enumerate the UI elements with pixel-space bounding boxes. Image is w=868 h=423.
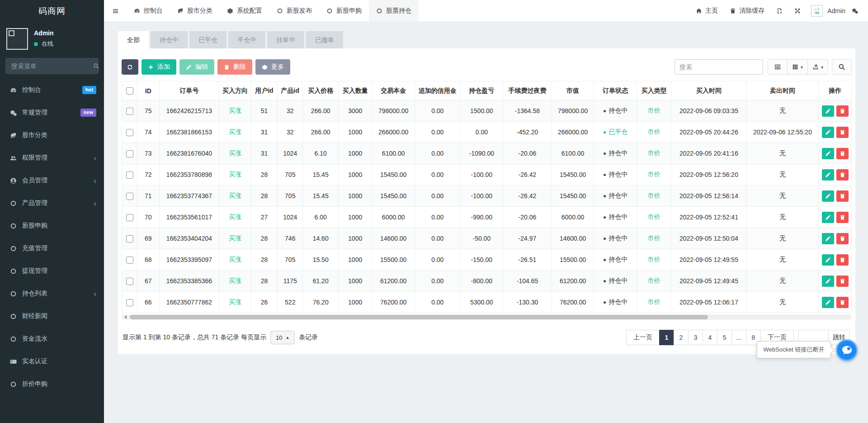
tab-5[interactable]: 已撤单 — [306, 31, 343, 48]
add-button[interactable]: 添加 — [142, 59, 176, 75]
row-edit-button[interactable] — [822, 105, 834, 117]
row-delete-button[interactable] — [836, 169, 849, 181]
row-checkbox[interactable] — [126, 235, 133, 242]
table-search-input[interactable] — [675, 59, 763, 75]
column-header[interactable]: 买入价格 — [303, 81, 338, 100]
column-header[interactable]: 追加的信用金 — [415, 81, 460, 100]
row-delete-button[interactable] — [836, 190, 849, 202]
sidebar-item-9[interactable]: 持仓列表 ‹ — [0, 282, 104, 305]
tab-2[interactable]: 已平仓 — [189, 31, 226, 48]
chat-bubble-button[interactable] — [836, 339, 858, 361]
row-delete-button[interactable] — [836, 254, 849, 266]
topnav-item-5[interactable]: 股票持仓 — [369, 0, 419, 22]
brand-logo[interactable]: 码商网 — [0, 0, 104, 22]
row-checkbox[interactable] — [126, 214, 133, 221]
row-delete-button[interactable] — [836, 297, 849, 308]
sidebar-item-0[interactable]: 控制台 hot — [0, 79, 104, 101]
row-checkbox[interactable] — [126, 193, 133, 200]
row-checkbox[interactable] — [126, 129, 133, 136]
row-edit-button[interactable] — [822, 276, 834, 287]
detail-view-button[interactable] — [768, 59, 788, 75]
row-delete-button[interactable] — [836, 276, 849, 287]
row-checkbox[interactable] — [126, 150, 133, 157]
sidebar-item-12[interactable]: 实名认证 — [0, 350, 104, 373]
sidebar-item-4[interactable]: 会员管理 ‹ — [0, 169, 104, 192]
row-checkbox[interactable] — [126, 278, 133, 285]
column-header[interactable]: 订单状态 — [594, 81, 637, 100]
sidebar-item-10[interactable]: 财经新闻 — [0, 305, 104, 328]
page-button-5[interactable]: 5 — [717, 330, 732, 345]
column-header[interactable]: 买入类型 — [637, 81, 671, 100]
topnav-item-1[interactable]: 股市分类 — [170, 0, 220, 22]
reload-page-icon[interactable] — [770, 0, 788, 22]
refresh-button[interactable] — [122, 59, 138, 75]
sidebar-item-3[interactable]: 权限管理 ‹ — [0, 147, 104, 169]
tab-4[interactable]: 挂单中 — [267, 31, 304, 48]
column-header[interactable]: 买入数量 — [338, 81, 372, 100]
page-button-1[interactable]: 1 — [659, 330, 674, 345]
topnav-item-2[interactable]: 系统配置 — [220, 0, 269, 22]
row-delete-button[interactable] — [836, 127, 849, 138]
column-header[interactable]: 买入方向 — [219, 81, 251, 100]
row-checkbox[interactable] — [126, 171, 133, 179]
row-checkbox[interactable] — [126, 108, 133, 115]
column-header[interactable]: 买入时间 — [671, 81, 746, 100]
sidebar-item-2[interactable]: 股市分类 — [0, 124, 104, 147]
user-avatar-small[interactable] — [811, 5, 823, 17]
column-header[interactable]: 订单号 — [159, 81, 219, 100]
row-edit-button[interactable] — [822, 233, 834, 244]
sidebar-item-5[interactable]: 产品管理 ‹ — [0, 192, 104, 214]
row-checkbox[interactable] — [126, 257, 133, 264]
column-header[interactable]: 交易本金 — [372, 81, 415, 100]
export-button[interactable]: ▾ — [808, 59, 828, 75]
search-button[interactable] — [832, 59, 852, 75]
row-edit-button[interactable] — [822, 190, 834, 202]
column-header[interactable]: 市值 — [552, 81, 594, 100]
username-menu[interactable]: Admin — [824, 0, 849, 22]
row-edit-button[interactable] — [822, 254, 834, 266]
sidebar-item-7[interactable]: 充值管理 — [0, 237, 104, 260]
sidebar-item-11[interactable]: 资金流水 — [0, 328, 104, 350]
tab-0[interactable]: 全部 — [118, 31, 149, 48]
page-button-3[interactable]: 3 — [688, 330, 703, 345]
scrollbar-track[interactable] — [129, 314, 852, 320]
sidebar-item-1[interactable]: 常规管理 new — [0, 101, 104, 124]
prev-page-button[interactable]: 上一页 — [626, 330, 660, 345]
page-size-select[interactable]: 10 ▲ — [270, 331, 295, 344]
topnav-item-3[interactable]: 新股发布 — [269, 0, 319, 22]
page-button-2[interactable]: 2 — [674, 330, 689, 345]
tab-1[interactable]: 持仓中 — [151, 31, 188, 48]
topnav-item-0[interactable]: 控制台 — [127, 0, 170, 22]
row-delete-button[interactable] — [836, 148, 849, 159]
sidebar-item-13[interactable]: 折价申购 — [0, 373, 104, 395]
topnav-item-4[interactable]: 新股申购 — [319, 0, 369, 22]
sidebar-item-6[interactable]: 新股申购 — [0, 214, 104, 237]
column-header[interactable]: 用户id — [251, 81, 277, 100]
column-header[interactable]: 操作 — [819, 81, 852, 100]
fullscreen-icon[interactable] — [788, 0, 807, 22]
sidebar-search-input[interactable] — [11, 62, 93, 70]
page-button-4[interactable]: 4 — [703, 330, 717, 345]
sidebar-item-8[interactable]: 提现管理 — [0, 260, 104, 282]
row-edit-button[interactable] — [822, 127, 834, 138]
more-button[interactable]: 更多 — [255, 59, 290, 75]
edit-button[interactable]: 编辑 — [179, 59, 214, 75]
row-delete-button[interactable] — [836, 233, 849, 244]
row-edit-button[interactable] — [822, 148, 834, 159]
row-delete-button[interactable] — [836, 212, 849, 223]
delete-button[interactable]: 删除 — [217, 59, 252, 75]
tab-3[interactable]: 平仓中 — [228, 31, 265, 48]
clear-cache-link[interactable]: 清除缓存 — [724, 0, 770, 22]
column-header[interactable]: 手续费过夜费 — [503, 81, 552, 100]
scroll-left-arrow[interactable] — [122, 314, 129, 320]
home-link[interactable]: 主页 — [690, 0, 724, 22]
row-checkbox[interactable] — [126, 299, 133, 306]
hamburger-menu-icon[interactable] — [104, 0, 127, 22]
search-icon[interactable] — [93, 63, 99, 69]
row-edit-button[interactable] — [822, 169, 834, 181]
column-header[interactable]: 产品id — [278, 81, 303, 100]
row-delete-button[interactable] — [836, 105, 849, 117]
columns-button[interactable]: ▾ — [788, 59, 808, 75]
column-header[interactable]: 持仓盈亏 — [460, 81, 503, 100]
select-all-checkbox[interactable] — [126, 87, 133, 95]
